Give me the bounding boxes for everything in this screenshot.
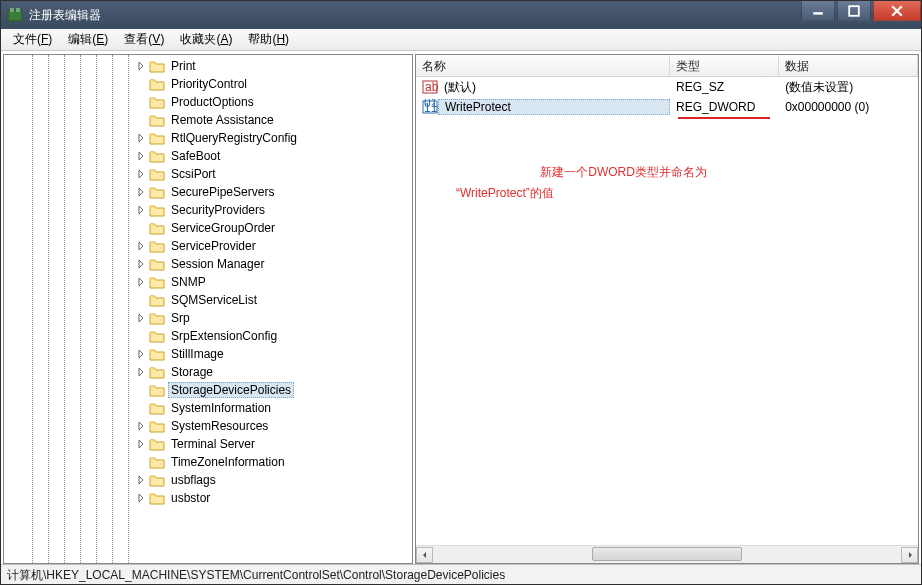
expander-icon[interactable]: [134, 329, 148, 343]
expander-icon[interactable]: [134, 185, 148, 199]
titlebar[interactable]: 注册表编辑器: [1, 1, 921, 29]
expander-icon[interactable]: [134, 383, 148, 397]
tree-item[interactable]: Terminal Server: [4, 435, 412, 453]
values-grid[interactable]: ab(默认)REG_SZ(数值未设置)011110WriteProtectREG…: [416, 77, 918, 545]
value-row[interactable]: 011110WriteProtectREG_DWORD0x00000000 (0…: [416, 97, 918, 117]
folder-icon: [149, 491, 165, 505]
tree-item[interactable]: SafeBoot: [4, 147, 412, 165]
tree-item[interactable]: ServiceGroupOrder: [4, 219, 412, 237]
scroll-right-button[interactable]: [901, 547, 918, 563]
scroll-track[interactable]: [433, 547, 901, 563]
tree-item[interactable]: RtlQueryRegistryConfig: [4, 129, 412, 147]
svg-marker-28: [423, 552, 426, 558]
expander-icon[interactable]: [134, 419, 148, 433]
tree-item[interactable]: PriorityControl: [4, 75, 412, 93]
expander-icon[interactable]: [134, 365, 148, 379]
menu-help[interactable]: 帮助(H): [240, 29, 297, 50]
tree-item-label: Terminal Server: [168, 437, 258, 451]
expander-icon[interactable]: [134, 113, 148, 127]
expander-icon[interactable]: [134, 437, 148, 451]
tree-item[interactable]: SQMServiceList: [4, 291, 412, 309]
folder-icon: [149, 365, 165, 379]
expander-icon[interactable]: [134, 59, 148, 73]
tree-item-label: SystemInformation: [168, 401, 274, 415]
expander-icon[interactable]: [134, 203, 148, 217]
menu-view[interactable]: 查看(V): [116, 29, 172, 50]
folder-icon: [149, 329, 165, 343]
tree-item[interactable]: SystemInformation: [4, 399, 412, 417]
tree-item[interactable]: usbflags: [4, 471, 412, 489]
folder-icon: [149, 167, 165, 181]
scroll-left-button[interactable]: [416, 547, 433, 563]
col-type[interactable]: 类型: [670, 55, 779, 76]
tree-item[interactable]: Session Manager: [4, 255, 412, 273]
expander-icon[interactable]: [134, 257, 148, 271]
svg-rect-1: [10, 8, 14, 12]
expander-icon[interactable]: [134, 275, 148, 289]
expander-icon[interactable]: [134, 473, 148, 487]
tree-item-label: Print: [168, 59, 199, 73]
expander-icon[interactable]: [134, 95, 148, 109]
tree-item[interactable]: SNMP: [4, 273, 412, 291]
tree-item[interactable]: StillImage: [4, 345, 412, 363]
tree-item-label: SNMP: [168, 275, 209, 289]
folder-icon: [149, 293, 165, 307]
minimize-button[interactable]: [801, 1, 835, 21]
values-panel: 名称 类型 数据 ab(默认)REG_SZ(数值未设置)011110WriteP…: [415, 54, 919, 564]
expander-icon[interactable]: [134, 167, 148, 181]
tree-item[interactable]: StorageDevicePolicies: [4, 381, 412, 399]
value-row[interactable]: ab(默认)REG_SZ(数值未设置): [416, 77, 918, 97]
expander-icon[interactable]: [134, 347, 148, 361]
expander-icon[interactable]: [134, 311, 148, 325]
expander-icon[interactable]: [134, 293, 148, 307]
tree-item-label: TimeZoneInformation: [168, 455, 288, 469]
tree-item-label: Session Manager: [168, 257, 267, 271]
expander-icon[interactable]: [134, 491, 148, 505]
value-data: 0x00000000 (0): [779, 100, 918, 114]
svg-text:ab: ab: [425, 80, 438, 94]
expander-icon[interactable]: [134, 239, 148, 253]
svg-marker-18: [139, 368, 143, 376]
tree-item[interactable]: Remote Assistance: [4, 111, 412, 129]
tree-item[interactable]: ProductOptions: [4, 93, 412, 111]
tree-item[interactable]: SrpExtensionConfig: [4, 327, 412, 345]
svg-marker-21: [139, 476, 143, 484]
col-name[interactable]: 名称: [416, 55, 670, 76]
menu-file[interactable]: 文件(F): [5, 29, 60, 50]
menu-edit[interactable]: 编辑(E): [60, 29, 116, 50]
expander-icon[interactable]: [134, 149, 148, 163]
tree-item[interactable]: SecurePipeServers: [4, 183, 412, 201]
col-data[interactable]: 数据: [779, 55, 918, 76]
registry-tree[interactable]: PrintPriorityControlProductOptionsRemote…: [4, 55, 412, 509]
folder-icon: [149, 149, 165, 163]
tree-item-label: SecurityProviders: [168, 203, 268, 217]
tree-item[interactable]: SecurityProviders: [4, 201, 412, 219]
tree-item[interactable]: ServiceProvider: [4, 237, 412, 255]
tree-item[interactable]: Srp: [4, 309, 412, 327]
tree-item[interactable]: ScsiPort: [4, 165, 412, 183]
expander-icon[interactable]: [134, 401, 148, 415]
folder-icon: [149, 383, 165, 397]
scroll-thumb[interactable]: [592, 547, 742, 561]
svg-marker-13: [139, 242, 143, 250]
expander-icon[interactable]: [134, 131, 148, 145]
tree-item[interactable]: SystemResources: [4, 417, 412, 435]
expander-icon[interactable]: [134, 77, 148, 91]
window-buttons: [799, 1, 921, 29]
tree-item[interactable]: usbstor: [4, 489, 412, 507]
svg-marker-22: [139, 494, 143, 502]
tree-scroll[interactable]: PrintPriorityControlProductOptionsRemote…: [4, 55, 412, 563]
menu-favorites[interactable]: 收藏夹(A): [172, 29, 240, 50]
tree-item-label: ScsiPort: [168, 167, 219, 181]
close-button[interactable]: [873, 1, 921, 21]
tree-item[interactable]: Storage: [4, 363, 412, 381]
tree-item-label: SQMServiceList: [168, 293, 260, 307]
tree-item[interactable]: TimeZoneInformation: [4, 453, 412, 471]
tree-item[interactable]: Print: [4, 57, 412, 75]
tree-item-label: SystemResources: [168, 419, 271, 433]
expander-icon[interactable]: [134, 221, 148, 235]
column-headers[interactable]: 名称 类型 数据: [416, 55, 918, 77]
expander-icon[interactable]: [134, 455, 148, 469]
values-hscrollbar[interactable]: [416, 545, 918, 563]
maximize-button[interactable]: [837, 1, 871, 21]
